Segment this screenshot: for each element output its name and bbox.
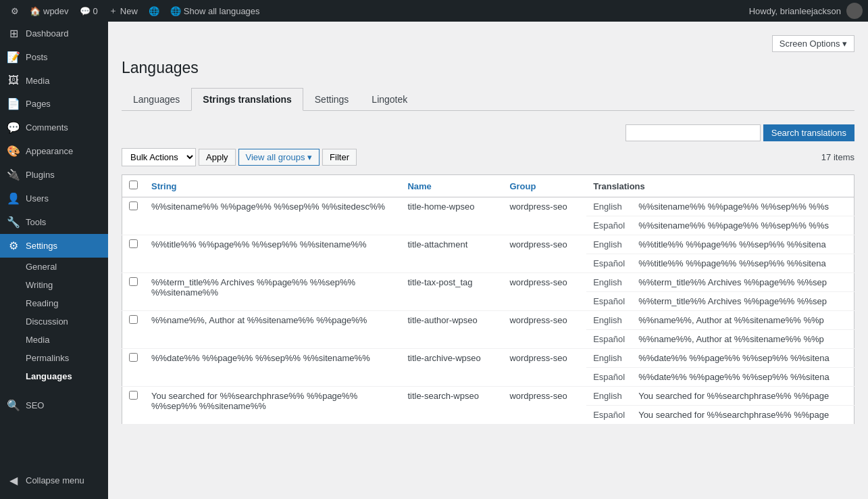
row-translation-value: %%date%% %%page%% %%sep%% %%sitena	[632, 368, 854, 387]
submenu-permalinks[interactable]: Permalinks	[0, 349, 108, 367]
comments-menu-icon: 💬	[7, 121, 20, 134]
posts-icon: 📝	[7, 51, 20, 64]
wp-icon: ⚙	[11, 6, 19, 16]
select-all-checkbox[interactable]	[129, 181, 138, 189]
wp-logo[interactable]: ⚙	[5, 0, 24, 22]
sidebar-item-pages[interactable]: 📄 Pages	[0, 92, 108, 116]
avatar	[846, 3, 863, 19]
submenu-media[interactable]: Media	[0, 331, 108, 349]
comments-link[interactable]: 💬 0	[74, 0, 103, 22]
tab-languages[interactable]: Languages	[122, 88, 191, 111]
sidebar-item-label: Users	[26, 193, 49, 204]
row-translation-value: %%title%% %%page%% %%sep%% %%sitena	[632, 254, 854, 273]
submenu-discussion[interactable]: Discussion	[0, 312, 108, 331]
row-lang: Español	[586, 406, 632, 425]
row-name: title-home-wpseo	[401, 197, 503, 235]
show-languages[interactable]: 🌐 Show all languages	[165, 0, 265, 22]
sidebar-item-plugins[interactable]: 🔌 Plugins	[0, 163, 108, 187]
table-row: %%date%% %%page%% %%sep%% %%sitename%% t…	[122, 349, 854, 368]
row-translation-value: %%term_title%% Archives %%page%% %%sep	[632, 273, 854, 292]
filter-button[interactable]: Filter	[322, 149, 357, 166]
seo-icon: 🔍	[7, 399, 20, 412]
sidebar-seo-label: SEO	[26, 400, 44, 410]
row-lang: English	[586, 387, 632, 406]
sidebar-item-appearance[interactable]: 🎨 Appearance	[0, 139, 108, 163]
sidebar-item-tools[interactable]: 🔧 Tools	[0, 210, 108, 234]
polylang-icon[interactable]: 🌐	[143, 0, 165, 22]
tab-settings[interactable]: Settings	[303, 88, 361, 111]
sidebar-item-media[interactable]: 🖼 Media	[0, 69, 108, 92]
sidebar-item-users[interactable]: 👤 Users	[0, 187, 108, 210]
row-lang: English	[586, 197, 632, 216]
row-translation-value: You searched for %%searchphrase%% %%page	[632, 387, 854, 406]
row-checkbox[interactable]	[129, 239, 138, 248]
row-translation-value: %%title%% %%page%% %%sep%% %%sitena	[632, 235, 854, 254]
row-string: %%date%% %%page%% %%sep%% %%sitename%%	[145, 349, 401, 387]
row-translation-value: %%sitename%% %%page%% %%sep%% %%s	[632, 197, 854, 216]
sidebar-item-settings[interactable]: ⚙ Settings	[0, 234, 108, 258]
main-content: Screen Options ▾ Languages Languages Str…	[108, 22, 868, 499]
show-languages-label: Show all languages	[184, 6, 260, 16]
row-string: %%term_title%% Archives %%page%% %%sep%%…	[145, 273, 401, 311]
page-title: Languages	[122, 59, 854, 77]
strings-toolbar: Search translations	[122, 124, 854, 141]
submenu-reading[interactable]: Reading	[0, 294, 108, 312]
collapse-icon: ◀	[7, 474, 20, 487]
sidebar-item-label: Plugins	[26, 170, 55, 180]
row-checkbox[interactable]	[129, 391, 138, 400]
search-area: Search translations	[626, 124, 854, 141]
sidebar-item-posts[interactable]: 📝 Posts	[0, 45, 108, 69]
items-count: 17 items	[821, 152, 854, 162]
row-string: %%sitename%% %%page%% %%sep%% %%sitedesc…	[145, 197, 401, 235]
row-group: wordpress-seo	[503, 387, 586, 425]
plugins-icon: 🔌	[7, 168, 20, 181]
row-checkbox[interactable]	[129, 277, 138, 286]
sidebar-item-label: Dashboard	[26, 28, 69, 39]
dashboard-icon: ⊞	[7, 27, 20, 40]
sidebar-item-seo[interactable]: 🔍 SEO	[0, 394, 108, 417]
row-group: wordpress-seo	[503, 197, 586, 235]
row-checkbox-cell	[122, 273, 145, 311]
submenu-writing[interactable]: Writing	[0, 276, 108, 294]
row-checkbox-cell	[122, 235, 145, 273]
submenu-languages[interactable]: Languages	[0, 367, 108, 385]
actions-bar: Bulk Actions Apply View all groups ▾ Fil…	[122, 148, 854, 166]
row-name: title-attachment	[401, 235, 503, 273]
sidebar-item-label: Tools	[26, 217, 46, 227]
apply-button[interactable]: Apply	[199, 149, 236, 166]
settings-icon: ⚙	[7, 239, 20, 252]
screen-options-bar: Screen Options ▾	[122, 35, 854, 52]
view-groups-button[interactable]: View all groups ▾	[238, 149, 320, 166]
row-string: You searched for %%searchphrase%% %%page…	[145, 387, 401, 425]
sidebar-item-label: Appearance	[26, 146, 73, 156]
table-row: %%name%%, Author at %%sitename%% %%page%…	[122, 311, 854, 330]
pages-icon: 📄	[7, 97, 20, 110]
home-icon: 🏠	[30, 6, 41, 16]
row-lang: Español	[586, 254, 632, 273]
tools-icon: 🔧	[7, 216, 20, 229]
new-content[interactable]: ＋ New	[103, 0, 143, 22]
site-name[interactable]: 🏠 wpdev	[24, 0, 74, 22]
screen-options-button[interactable]: Screen Options ▾	[772, 35, 854, 52]
settings-submenu: General Writing Reading Discussion Media…	[0, 258, 108, 385]
sidebar-item-label: Posts	[26, 52, 48, 62]
plus-icon: ＋	[109, 5, 118, 17]
submenu-general[interactable]: General	[0, 258, 108, 276]
collapse-menu[interactable]: ◀ Collapse menu	[0, 469, 91, 492]
comments-icon: 💬	[80, 6, 91, 16]
media-icon: 🖼	[7, 74, 20, 87]
row-checkbox[interactable]	[129, 201, 138, 210]
sidebar-item-comments[interactable]: 💬 Comments	[0, 116, 108, 139]
row-translation-value: %%name%%, Author at %%sitename%% %%p	[632, 311, 854, 330]
sidebar-item-dashboard[interactable]: ⊞ Dashboard	[0, 22, 108, 45]
search-input[interactable]	[626, 124, 761, 141]
table-row: %%sitename%% %%page%% %%sep%% %%sitedesc…	[122, 197, 854, 216]
tab-lingotek[interactable]: Lingotek	[360, 88, 419, 111]
row-checkbox[interactable]	[129, 353, 138, 362]
table-row: You searched for %%searchphrase%% %%page…	[122, 387, 854, 406]
tab-strings-translations[interactable]: Strings translations	[191, 88, 303, 111]
row-checkbox[interactable]	[129, 315, 138, 324]
table-row: %%title%% %%page%% %%sep%% %%sitename%% …	[122, 235, 854, 254]
search-button[interactable]: Search translations	[763, 124, 854, 141]
bulk-actions-select[interactable]: Bulk Actions	[122, 148, 196, 166]
